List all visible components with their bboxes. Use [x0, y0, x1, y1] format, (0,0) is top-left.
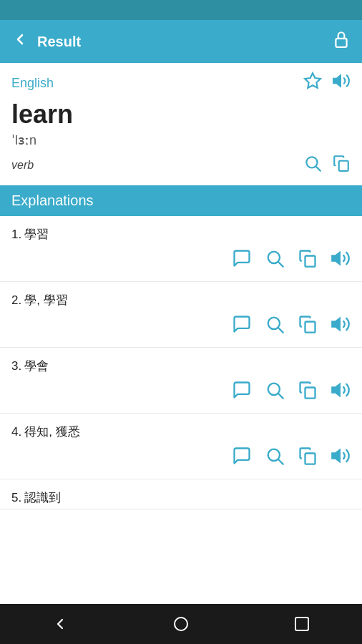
search-icon-4[interactable] [265, 446, 285, 470]
explanation-num-3: 3. [11, 359, 21, 374]
search-icon-1[interactable] [265, 248, 285, 273]
explanation-item-1: 1. 學習 [0, 216, 362, 282]
svg-rect-23 [295, 618, 308, 630]
svg-marker-17 [332, 384, 340, 396]
copy-icon[interactable] [332, 154, 351, 177]
explanation-num-1: 1. [11, 228, 21, 242]
explanation-text-3: 學會 [24, 358, 49, 374]
svg-rect-16 [305, 388, 315, 399]
copy-icon-4[interactable] [298, 446, 318, 470]
word-pos-row: verb [11, 154, 351, 182]
explanation-icons-2 [0, 311, 362, 347]
explanation-text-row-3: 3. 學會 [0, 348, 362, 377]
explanation-icons-4 [0, 443, 362, 479]
svg-rect-12 [305, 322, 315, 333]
sound-icon-1[interactable] [331, 248, 351, 273]
svg-rect-5 [339, 161, 348, 171]
search-icon-2[interactable] [265, 314, 285, 338]
explanation-text-row-4: 4. 得知, 獲悉 [0, 414, 362, 443]
nav-back-button[interactable] [52, 615, 69, 633]
nav-home-button[interactable] [172, 615, 190, 633]
svg-point-22 [175, 618, 187, 630]
word-part-of-speech: verb [11, 159, 34, 172]
page-title: Result [37, 34, 332, 50]
sound-icon[interactable] [332, 72, 351, 94]
search-icon-3[interactable] [265, 380, 285, 404]
svg-marker-13 [332, 318, 340, 330]
explanation-num-2: 2. [11, 293, 21, 308]
word-phonetic: ˈlɜːn [11, 132, 351, 148]
explanation-text-row-5: 5. 認識到 [0, 479, 362, 509]
app-bar: Result [0, 20, 362, 63]
word-text: learn [11, 99, 351, 130]
svg-line-15 [278, 394, 283, 398]
explanation-item-3: 3. 學會 [0, 348, 362, 414]
svg-rect-0 [336, 39, 346, 47]
svg-line-7 [278, 262, 283, 266]
explanation-text-2: 學, 學習 [24, 292, 67, 308]
svg-line-11 [278, 328, 283, 332]
status-bar [0, 0, 362, 20]
word-lang-icons [303, 72, 351, 94]
comment-icon-2[interactable] [232, 314, 252, 338]
svg-marker-1 [305, 73, 321, 88]
svg-marker-9 [332, 253, 340, 264]
explanation-text-row-1: 1. 學習 [0, 216, 362, 245]
svg-line-19 [278, 459, 283, 464]
comment-icon-1[interactable] [232, 248, 252, 273]
explanation-item-5: 5. 認識到 [0, 479, 362, 509]
explanation-text-5: 認識到 [24, 489, 61, 506]
nav-recent-button[interactable] [293, 615, 310, 633]
search-icon[interactable] [303, 154, 322, 177]
svg-marker-21 [332, 450, 340, 462]
explanation-item-4: 4. 得知, 獲悉 [0, 414, 362, 479]
lock-icon[interactable] [332, 30, 351, 53]
word-language: English [11, 76, 54, 91]
word-pos-icons [303, 154, 351, 177]
explanation-text-4: 得知, 獲悉 [24, 424, 79, 440]
copy-icon-3[interactable] [298, 380, 318, 404]
explanations-header: Explanations [0, 185, 362, 216]
word-lang-row: English [11, 72, 351, 94]
comment-icon-4[interactable] [232, 446, 252, 470]
svg-rect-20 [305, 454, 315, 464]
sound-icon-2[interactable] [331, 314, 351, 338]
explanation-icons-3 [0, 377, 362, 413]
explanation-icons-1 [0, 245, 362, 281]
svg-rect-8 [305, 256, 315, 267]
sound-icon-4[interactable] [331, 446, 351, 470]
explanation-text-row-2: 2. 學, 學習 [0, 282, 362, 311]
content-area: English learn ˈlɜːn verb [0, 63, 362, 604]
sound-icon-3[interactable] [331, 380, 351, 404]
explanation-num-4: 4. [11, 425, 21, 439]
explanation-text-1: 學習 [24, 226, 49, 243]
svg-line-4 [316, 167, 321, 171]
explanation-num-5: 5. [11, 491, 21, 505]
nav-bar [0, 604, 362, 644]
svg-marker-2 [333, 75, 341, 86]
comment-icon-3[interactable] [232, 380, 252, 404]
explanation-item-2: 2. 學, 學習 [0, 282, 362, 348]
back-button[interactable] [11, 31, 29, 52]
bookmark-icon[interactable] [303, 72, 322, 94]
word-header: English learn ˈlɜːn verb [0, 63, 362, 185]
copy-icon-1[interactable] [298, 248, 318, 273]
copy-icon-2[interactable] [298, 314, 318, 338]
